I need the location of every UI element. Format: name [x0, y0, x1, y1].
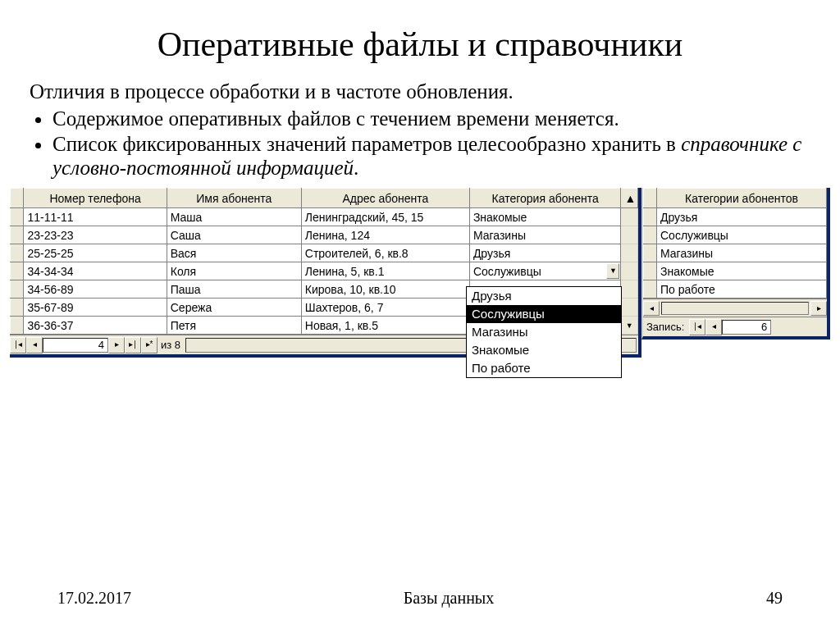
- categories-datasheet: Категории абонентов Друзья Сослуживцы Ма…: [641, 188, 830, 340]
- record-navigator-right: Запись: ∣◂ ◂ 6: [643, 317, 827, 336]
- col-name[interactable]: Имя абонента: [167, 189, 301, 208]
- table-row[interactable]: Сослуживцы: [644, 226, 827, 244]
- nav-prev-button[interactable]: ◂: [26, 337, 43, 353]
- nav-next-button[interactable]: ▸: [108, 337, 125, 353]
- footer-date: 17.02.2017: [57, 589, 131, 608]
- col-address[interactable]: Адрес абонента: [301, 189, 469, 208]
- slide-footer: 17.02.2017 Базы данных 49: [0, 589, 840, 608]
- col-phone[interactable]: Номер телефона: [24, 189, 167, 208]
- hscroll-right-table[interactable]: [661, 302, 809, 315]
- categories-table[interactable]: Категории абонентов Друзья Сослуживцы Ма…: [643, 188, 827, 299]
- dropdown-option-selected[interactable]: Сослуживцы: [467, 305, 621, 323]
- table-row[interactable]: 11-11-11МашаЛенинградский, 45, 15Знакомы…: [11, 208, 638, 226]
- table-row[interactable]: 25-25-25ВасяСтроителей, 6, кв.8Друзья: [11, 244, 638, 262]
- intro-text: Отличия в процессе обработки и в частоте…: [30, 80, 815, 104]
- bullet-list: Содержимое оперативных файлов с течением…: [30, 107, 815, 180]
- select-all-corner[interactable]: [644, 189, 657, 208]
- table-row[interactable]: Магазины: [644, 244, 827, 262]
- nav-record-label: Запись:: [643, 321, 689, 333]
- hscroll-right-button[interactable]: ▸: [810, 301, 827, 316]
- table-row[interactable]: По работе: [644, 280, 827, 299]
- footer-title: Базы данных: [404, 589, 495, 608]
- table-row[interactable]: 23-23-23СашаЛенина, 124Магазины: [11, 226, 638, 244]
- nav-record-field[interactable]: 4: [43, 338, 108, 353]
- dropdown-option[interactable]: По работе: [467, 359, 621, 377]
- slide-title: Оперативные файлы и справочники: [25, 25, 815, 64]
- dropdown-option[interactable]: Друзья: [467, 287, 621, 305]
- col-category[interactable]: Категория абонента: [469, 189, 621, 208]
- footer-page: 49: [766, 589, 783, 608]
- scroll-up-button[interactable]: ▲: [621, 189, 638, 208]
- select-all-corner[interactable]: [11, 189, 24, 208]
- nav-first-button[interactable]: ∣◂: [10, 337, 26, 353]
- bullet-1: Содержимое оперативных файлов с течением…: [52, 107, 815, 131]
- bullet-2: Список фиксированных значений параметров…: [52, 133, 815, 180]
- nav-last-button[interactable]: ▸∣: [125, 337, 141, 353]
- dropdown-option[interactable]: Магазины: [467, 323, 621, 341]
- nav-new-button[interactable]: ▸*: [141, 337, 158, 353]
- table-row[interactable]: Друзья: [644, 208, 827, 226]
- combo-dropdown-button[interactable]: ▼: [606, 263, 619, 279]
- table-row[interactable]: 34-34-34КоляЛенина, 5, кв.1Сослуживцы▼: [11, 262, 638, 280]
- nav-first-button[interactable]: ∣◂: [689, 319, 705, 335]
- hscroll-left-button[interactable]: ◂: [643, 301, 660, 316]
- table-row[interactable]: Знакомые: [644, 262, 827, 280]
- nav-prev-button[interactable]: ◂: [705, 319, 722, 335]
- scroll-down-button[interactable]: ▼: [621, 317, 638, 335]
- nav-of-label: из 8: [158, 339, 184, 351]
- nav-record-field[interactable]: 6: [722, 320, 771, 335]
- dropdown-option[interactable]: Знакомые: [467, 341, 621, 359]
- category-dropdown[interactable]: Друзья Сослуживцы Магазины Знакомые По р…: [466, 286, 622, 378]
- col-categories[interactable]: Категории абонентов: [657, 189, 827, 208]
